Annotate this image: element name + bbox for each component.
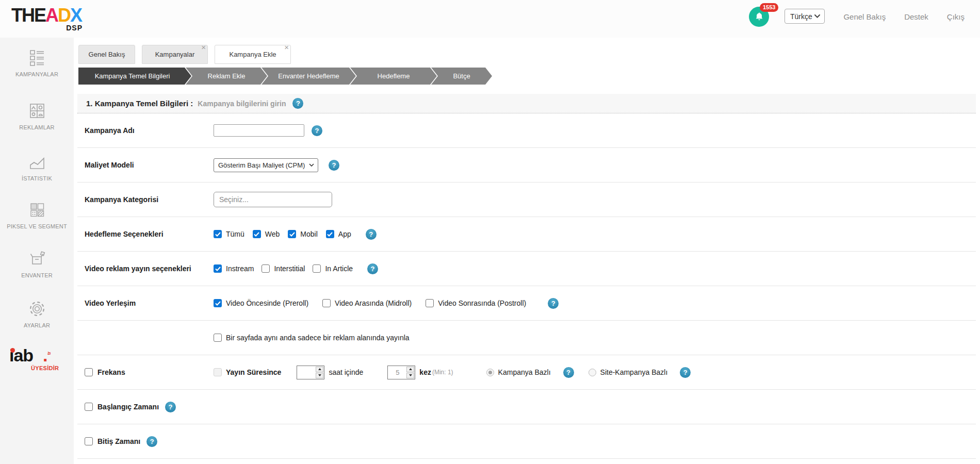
logo-d: D xyxy=(58,5,70,26)
checkbox-checked-icon[interactable] xyxy=(326,230,334,238)
checkbox-unchecked-icon[interactable] xyxy=(322,299,331,307)
checkbox-frekans[interactable] xyxy=(85,368,93,376)
checkbox-instream[interactable]: Instream xyxy=(214,264,254,273)
spin-down-button[interactable] xyxy=(316,373,323,378)
tab-genel-bakis[interactable]: Genel Bakış xyxy=(78,45,135,64)
checkbox-checked-icon[interactable] xyxy=(253,230,261,238)
wizard-step-butce[interactable]: Bütçe xyxy=(431,68,492,85)
radio-label: Kampanya Bazlı xyxy=(498,368,551,376)
help-icon[interactable]: ? xyxy=(680,367,691,378)
close-icon[interactable]: × xyxy=(201,43,206,51)
help-icon[interactable]: ? xyxy=(367,263,378,274)
chevron-down-icon xyxy=(814,14,820,18)
checkbox-unchecked-icon[interactable] xyxy=(262,264,270,273)
open-tabs-bar: Genel Bakış Kampanyalar × Kampanya Ekle … xyxy=(78,45,291,64)
sidebar-label: İSTATISTIK xyxy=(0,175,74,181)
checkbox-label: Video Sonrasında (Postroll) xyxy=(438,299,526,307)
tab-label: Kampanya Ekle xyxy=(229,51,276,58)
help-icon[interactable]: ? xyxy=(563,367,574,378)
help-icon[interactable]: ? xyxy=(165,402,176,412)
campaign-wizard-steps: Kampanya Temel Bilgileri Reklam Ekle Env… xyxy=(78,68,492,85)
sidebar-item-istatistik[interactable]: İSTATISTIK xyxy=(0,153,74,181)
checkbox-app[interactable]: App xyxy=(326,230,351,238)
hours-stepper xyxy=(297,366,324,379)
wizard-step-label: Envanter Hedefleme xyxy=(278,72,339,80)
duration-label: Yayın Süresince xyxy=(226,368,281,376)
sidebar-item-kampanyalar[interactable]: KAMPANYALAR xyxy=(0,49,74,77)
checkbox-unchecked-icon[interactable] xyxy=(313,264,321,273)
checkbox-unchecked-icon[interactable] xyxy=(426,299,434,307)
radio-kampanya-bazli[interactable]: Kampanya Bazlı xyxy=(486,368,551,376)
checkbox-web[interactable]: Web xyxy=(253,230,280,238)
hours-input[interactable] xyxy=(298,367,316,378)
end-time-label: Bitiş Zamanı xyxy=(97,437,140,445)
checkbox-single-ad-per-page[interactable]: Bir sayfada aynı anda sadece bir reklam … xyxy=(214,334,410,342)
help-icon[interactable]: ? xyxy=(329,160,339,171)
wizard-step-reklam-ekle[interactable]: Reklam Ekle xyxy=(186,68,267,85)
checkbox-yayin-suresince[interactable]: Yayın Süresince xyxy=(214,368,281,376)
campaign-category-input[interactable] xyxy=(214,192,332,207)
campaign-name-input[interactable] xyxy=(214,124,304,137)
times-input[interactable] xyxy=(388,367,406,378)
checkbox-label: Mobil xyxy=(300,230,317,238)
spin-up-button[interactable] xyxy=(406,367,414,372)
help-icon[interactable]: ? xyxy=(366,229,377,240)
ads-grid-icon xyxy=(0,102,74,121)
help-icon[interactable]: ? xyxy=(548,298,559,309)
sidebar-item-envanter[interactable]: ENVANTER xyxy=(0,250,74,278)
checkbox-postroll[interactable]: Video Sonrasında (Postroll) xyxy=(426,299,526,307)
checkbox-preroll[interactable]: Video Öncesinde (Preroll) xyxy=(214,299,308,307)
checkbox-label: Web xyxy=(265,230,280,238)
checkbox-checked-icon[interactable] xyxy=(214,264,222,273)
checkbox-mobil[interactable]: Mobil xyxy=(288,230,317,238)
radio-unselected-icon[interactable] xyxy=(589,369,596,376)
sidebar-item-ayarlar[interactable]: AYARLAR xyxy=(0,299,74,328)
help-icon[interactable]: ? xyxy=(312,125,322,136)
sidebar-item-reklamlar[interactable]: REKLAMLAR xyxy=(0,102,74,130)
close-icon[interactable]: × xyxy=(284,43,289,51)
section-header: 1. Kampanya Temel Bilgileri : Kampanya b… xyxy=(77,94,976,113)
wizard-step-label: Reklam Ekle xyxy=(208,72,246,80)
checkbox-checked-icon[interactable] xyxy=(288,230,296,238)
iab-membership-logo: iab . tr ÜYESİDİR xyxy=(0,343,74,380)
checkbox-in-article[interactable]: In Article xyxy=(313,264,353,273)
radio-selected-icon[interactable] xyxy=(486,369,494,376)
iab-period: . xyxy=(43,345,47,366)
row-start-time: Başlangıç Zamanı ? xyxy=(77,390,976,424)
bell-icon xyxy=(754,12,764,22)
radio-site-kampanya-bazli[interactable]: Site-Kampanya Bazlı xyxy=(589,368,668,376)
language-select[interactable]: Türkçe xyxy=(785,9,825,24)
checkbox-baslangic-zamani[interactable] xyxy=(85,403,93,411)
checkbox-checked-icon[interactable] xyxy=(214,230,222,238)
checkbox-label: In Article xyxy=(325,264,353,273)
sidebar-label: AYARLAR xyxy=(0,322,74,328)
tab-kampanya-ekle[interactable]: Kampanya Ekle × xyxy=(215,45,291,64)
wizard-step-hedefleme[interactable]: Hedefleme xyxy=(350,68,437,85)
spin-down-button[interactable] xyxy=(406,373,414,378)
spin-up-button[interactable] xyxy=(316,367,323,372)
help-icon[interactable]: ? xyxy=(292,98,303,109)
theadx-logo[interactable]: THEADX DSP xyxy=(11,6,81,25)
checkbox-tumu[interactable]: Tümü xyxy=(214,230,244,238)
link-destek[interactable]: Destek xyxy=(904,12,928,21)
checkbox-checked-icon[interactable] xyxy=(214,299,222,307)
campaign-basic-info-form: 1. Kampanya Temel Bilgileri : Kampanya b… xyxy=(77,94,976,459)
wizard-step-kampanya-temel-bilgileri[interactable]: Kampanya Temel Bilgileri xyxy=(78,68,191,85)
link-genel-bakis[interactable]: Genel Bakış xyxy=(843,12,886,21)
tab-kampanyalar[interactable]: Kampanyalar × xyxy=(142,45,208,64)
cost-model-select[interactable]: Gösterim Başı Maliyet (CPM) xyxy=(214,158,318,172)
row-cost-model: Maliyet Modeli Gösterim Başı Maliyet (CP… xyxy=(77,148,976,183)
start-time-label: Başlangıç Zamanı xyxy=(97,403,159,411)
wizard-step-envanter-hedefleme[interactable]: Envanter Hedefleme xyxy=(262,68,356,85)
checkbox-unchecked-icon[interactable] xyxy=(214,334,222,342)
checkbox-disabled-icon[interactable] xyxy=(214,368,222,376)
checkbox-bitis-zamani[interactable] xyxy=(85,437,93,445)
checkbox-interstitial[interactable]: Interstitial xyxy=(262,264,305,273)
campaign-list-icon xyxy=(0,49,74,68)
help-icon[interactable]: ? xyxy=(146,436,157,447)
logo-x: X xyxy=(70,5,81,26)
link-cikis[interactable]: Çıkış xyxy=(947,12,965,21)
sidebar-item-piksel-ve-segment[interactable]: PIKSEL VE SEGMENT xyxy=(0,202,74,229)
checkbox-midroll[interactable]: Video Arasında (Midroll) xyxy=(322,299,412,307)
tab-label: Kampanyalar xyxy=(155,51,195,58)
